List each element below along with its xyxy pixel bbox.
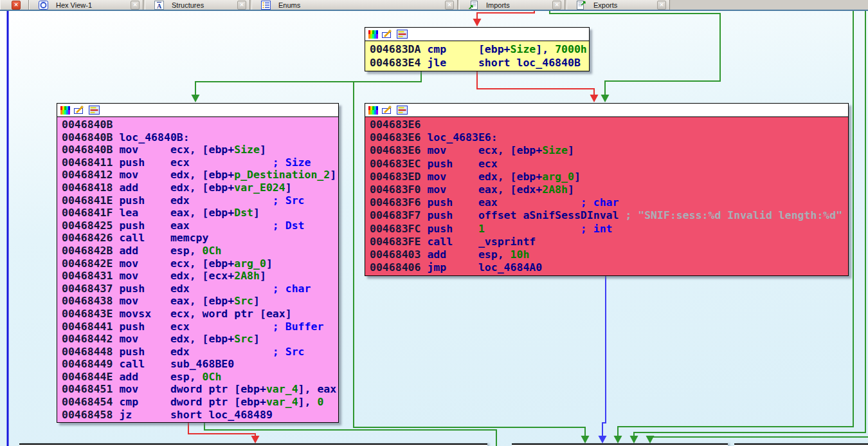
tab-label-enums: Enums <box>278 1 300 9</box>
enums-icon <box>261 1 271 10</box>
code-line[interactable]: 00468441 push ecx ; Buffer <box>62 321 338 333</box>
hexview-icon <box>39 1 48 10</box>
code-line[interactable]: 0046840B <box>62 118 338 131</box>
block-titlebar[interactable] <box>365 28 589 41</box>
imports-icon <box>469 1 478 10</box>
code-line[interactable]: 00468406 jmp loc_4684A0 <box>370 261 848 274</box>
code-line[interactable]: 004683FC push 1 ; int <box>370 223 848 236</box>
code-line[interactable]: 00468438 mov eax, [ebp+Src] <box>62 295 338 308</box>
structures-icon: A <box>154 1 164 10</box>
code-line[interactable]: 00468412 mov edx, [ebp+p_Destination_2] <box>62 169 338 181</box>
code-line[interactable]: 0046842E mov ecx, [ebp+arg_0] <box>62 257 338 270</box>
blocks-layer: 004683DA cmp [ebp+Size], 7000h004683E4 j… <box>0 0 868 446</box>
palette-icon[interactable] <box>368 30 378 39</box>
block-code: 004683E6004683E6 loc_4683E6:004683E6 mov… <box>365 117 848 275</box>
code-line[interactable]: 00468418 add edx, [ebp+var_E024] <box>62 181 338 194</box>
code-line[interactable]: 0046840B loc_46840B: <box>62 131 338 144</box>
code-line[interactable]: 004683E6 mov ecx, [ebp+Size] <box>370 144 848 157</box>
code-line[interactable]: 004683FE call _vsprintf <box>370 236 848 248</box>
code-line[interactable]: 00468411 push ecx ; Size <box>62 156 338 169</box>
block-titlebar[interactable] <box>365 104 848 117</box>
partial-block-top[interactable] <box>512 443 728 446</box>
code-line[interactable]: 004683E6 loc_4683E6: <box>370 131 848 144</box>
code-line[interactable]: 004683F7 push offset aSnifSessDInval ; "… <box>370 209 848 222</box>
code-line[interactable]: 004683F6 push eax ; char <box>370 196 848 209</box>
ida-graph-view-window: ✕Hex View-1✕AStructures✕Enums✕Imports✕Ex… <box>0 0 868 446</box>
code-line[interactable]: 0046841F lea eax, [ebp+Dst] <box>62 207 338 219</box>
tab-current[interactable]: ✕ <box>0 0 29 10</box>
code-line[interactable]: 004683DA cmp [ebp+Size], 7000h <box>370 42 589 56</box>
code-line[interactable]: 004683E4 jle short loc_46840B <box>370 56 589 70</box>
block-loc-46840B[interactable]: 0046840B0046840B loc_46840B:0046840B mov… <box>57 103 339 423</box>
brush-icon[interactable] <box>74 106 85 115</box>
code-line[interactable]: 004683EC push ecx <box>370 158 848 171</box>
tab-label-hex-view-1: Hex View-1 <box>56 1 92 9</box>
partial-block-top[interactable] <box>734 443 868 446</box>
code-line[interactable]: 00468425 push eax ; Dst <box>62 219 338 232</box>
close-icon[interactable]: ✕ <box>12 1 21 10</box>
code-line[interactable]: 00468454 cmp dword ptr [ebp+var_4], 0 <box>62 396 338 409</box>
code-line[interactable]: 00468451 mov dword ptr [ebp+var_4], eax <box>62 383 338 396</box>
close-icon[interactable]: ✕ <box>552 1 561 10</box>
code-line[interactable]: 00468442 mov edx, [ebp+Src] <box>62 333 338 346</box>
close-icon[interactable]: ✕ <box>657 1 666 10</box>
block-004683DA[interactable]: 004683DA cmp [ebp+Size], 7000h004683E4 j… <box>365 27 590 71</box>
code-line[interactable]: 0046841E push edx ; Src <box>62 194 338 207</box>
code-line[interactable]: 00468449 call sub_468BE0 <box>62 358 338 371</box>
tab-enums[interactable]: Enums✕ <box>251 0 458 10</box>
exports-icon <box>576 1 586 10</box>
close-icon[interactable]: ✕ <box>237 1 246 10</box>
code-line[interactable]: 0046840B mov ecx, [ebp+Size] <box>62 144 338 156</box>
tab-imports[interactable]: Imports✕ <box>459 0 565 10</box>
layout-icon[interactable] <box>89 106 100 115</box>
code-line[interactable]: 00468426 call memcpy <box>62 232 338 245</box>
brush-icon[interactable] <box>382 106 393 115</box>
block-code: 0046840B0046840B loc_46840B:0046840B mov… <box>57 117 338 422</box>
tab-bar: ✕Hex View-1✕AStructures✕Enums✕Imports✕Ex… <box>0 0 868 11</box>
code-line[interactable]: 0046844E add esp, 0Ch <box>62 371 338 384</box>
code-line[interactable]: 004683ED mov edx, [ebp+arg_0] <box>370 171 848 183</box>
code-line[interactable]: 0046842B add esp, 0Ch <box>62 245 338 257</box>
partial-block-top[interactable] <box>19 443 487 446</box>
code-line[interactable]: 00468458 jz short loc_468489 <box>62 409 338 422</box>
code-line[interactable]: 00468448 push edx ; Src <box>62 346 338 358</box>
tab-label-structures: Structures <box>172 1 204 9</box>
code-line[interactable]: 004683F0 mov eax, [edx+2A8h] <box>370 183 848 196</box>
layout-icon[interactable] <box>397 30 408 39</box>
tab-label-imports: Imports <box>486 1 510 9</box>
close-icon[interactable]: ✕ <box>131 1 140 10</box>
code-line[interactable]: 0046843E movsx ecx, word ptr [eax] <box>62 308 338 321</box>
close-icon[interactable]: ✕ <box>445 1 454 10</box>
code-line[interactable]: 00468403 add esp, 10h <box>370 248 848 261</box>
tab-exports[interactable]: Exports✕ <box>566 0 670 10</box>
block-titlebar[interactable] <box>57 104 338 117</box>
layout-icon[interactable] <box>397 106 408 115</box>
tab-hex-view-1[interactable]: Hex View-1✕ <box>29 0 143 10</box>
palette-icon[interactable] <box>60 106 70 115</box>
block-code: 004683DA cmp [ebp+Size], 7000h004683E4 j… <box>365 41 589 71</box>
tab-label-exports: Exports <box>593 1 617 9</box>
code-line[interactable]: 00468437 push edx ; char <box>62 283 338 295</box>
code-line[interactable]: 00468431 mov edx, [ecx+2A8h] <box>62 270 338 283</box>
brush-icon[interactable] <box>382 30 393 39</box>
palette-icon[interactable] <box>368 106 378 115</box>
code-line[interactable]: 004683E6 <box>370 118 848 131</box>
svg-text:A: A <box>157 2 162 9</box>
tab-structures[interactable]: AStructures✕ <box>145 0 250 10</box>
block-loc-4683E6[interactable]: 004683E6004683E6 loc_4683E6:004683E6 mov… <box>365 103 849 276</box>
